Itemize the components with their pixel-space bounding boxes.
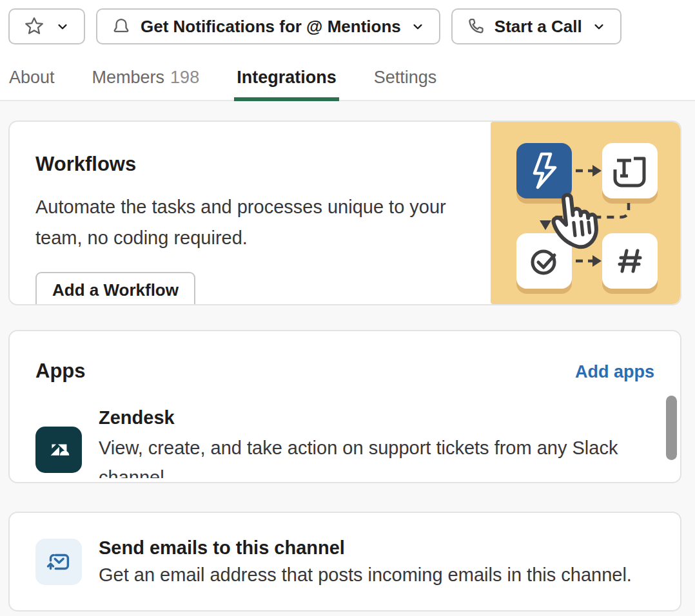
tab-members-label: Members — [92, 68, 165, 87]
apps-card: Apps Add apps Zendesk View, create, and … — [8, 330, 681, 483]
workflows-illustration — [491, 122, 680, 304]
apps-title: Apps — [35, 360, 86, 383]
apps-card-header: Apps Add apps — [35, 360, 654, 383]
email-text-block: Send emails to this channel Get an email… — [99, 537, 632, 586]
notifications-button[interactable]: Get Notifications for @ Mentions — [96, 8, 440, 44]
notifications-button-label: Get Notifications for @ Mentions — [141, 17, 401, 37]
channel-details-tabs: About Members198 Integrations Settings — [0, 44, 695, 101]
add-workflow-button[interactable]: Add a Workflow — [35, 272, 195, 305]
start-call-button[interactable]: Start a Call — [451, 8, 622, 44]
send-emails-description: Get an email address that posts incoming… — [99, 564, 632, 586]
chevron-down-icon — [591, 18, 607, 35]
workflows-description: Automate the tasks and processes unique … — [35, 191, 469, 253]
start-call-button-label: Start a Call — [494, 17, 582, 37]
zendesk-logo-icon — [35, 427, 82, 473]
workflows-card: Workflows Automate the tasks and process… — [8, 120, 681, 305]
app-row-zendesk[interactable]: Zendesk View, create, and take action on… — [35, 407, 654, 478]
star-channel-button[interactable] — [8, 8, 85, 44]
tab-integrations[interactable]: Integrations — [237, 68, 337, 100]
app-name: Zendesk — [99, 407, 654, 428]
app-description: View, create, and take action on support… — [99, 433, 654, 478]
send-emails-title: Send emails to this channel — [99, 537, 632, 559]
members-count: 198 — [170, 68, 199, 87]
tab-integrations-label: Integrations — [237, 68, 337, 87]
workflows-title: Workflows — [35, 153, 487, 176]
incoming-email-icon — [35, 539, 82, 585]
app-text-block: Zendesk View, create, and take action on… — [99, 407, 654, 478]
bell-icon — [110, 15, 132, 37]
hand-cursor-icon — [543, 182, 611, 252]
phone-icon — [465, 16, 486, 37]
integrations-tab-content: Workflows Automate the tasks and process… — [0, 101, 695, 616]
send-emails-card[interactable]: Send emails to this channel Get an email… — [8, 512, 681, 611]
tab-settings-label: Settings — [374, 68, 437, 87]
star-icon — [23, 15, 46, 38]
channel-actions-toolbar: Get Notifications for @ Mentions Start a… — [0, 0, 695, 44]
tab-about[interactable]: About — [9, 68, 55, 100]
chevron-down-icon — [409, 18, 426, 35]
apps-list: Zendesk View, create, and take action on… — [35, 407, 654, 478]
add-apps-link[interactable]: Add apps — [575, 362, 654, 382]
chevron-down-icon — [54, 18, 71, 35]
workflows-text-block: Workflows Automate the tasks and process… — [10, 122, 487, 305]
tab-about-label: About — [9, 68, 55, 87]
apps-scrollbar-thumb[interactable] — [666, 396, 677, 460]
tab-members[interactable]: Members198 — [92, 68, 200, 100]
tab-settings[interactable]: Settings — [374, 68, 437, 100]
